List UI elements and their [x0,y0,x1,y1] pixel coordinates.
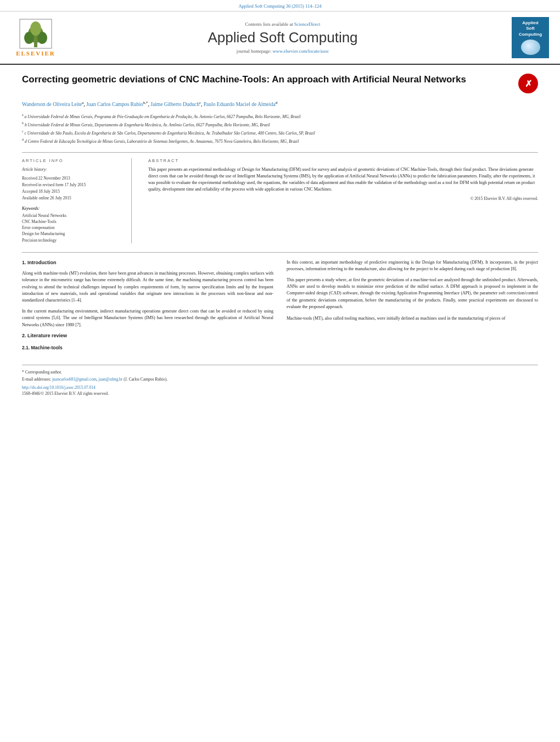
abstract-col: ABSTRACT This paper presents an experime… [148,158,538,243]
article-title-row: Correcting geometric deviations of CNC M… [22,74,538,93]
keyword-cnc: CNC Machine-Tools [22,219,124,225]
author-wanderson[interactable]: Wanderson de Oliveira Leite [22,102,82,107]
sciencedirect-link[interactable]: ScienceDirect [294,21,321,27]
section2-col2-para1: Machine-tools (MT), also called tooling … [287,315,538,322]
journal-header: ELSEVIER Contents lists available at Sci… [0,12,560,65]
abstract-label: ABSTRACT [148,158,538,163]
issn-line: 1568-4946/© 2015 Elsevier B.V. All right… [22,391,538,396]
article-footer: * Corresponding author. E-mail addresses… [22,365,538,396]
article-title: Correcting geometric deviations of CNC M… [22,74,509,86]
received-date: Received 22 November 2013 [22,175,124,181]
keyword-dfm: Design for Manufacturing [22,231,124,237]
journal-homepage-line: journal homepage: www.elsevier.com/locat… [60,48,505,54]
keyword-ann: Artificial Neural Networks [22,213,124,219]
body-content: 1. Introduction Along with machine-tools… [22,252,538,354]
email1-link[interactable]: juancarlos681@gmail.com [52,377,97,382]
crossmark-badge: ✗ [518,74,538,93]
homepage-link[interactable]: www.elsevier.com/locate/asoc [272,48,329,54]
section1-heading: 1. Introduction [22,259,273,267]
keyword-error: Error compensation [22,225,124,231]
sciencedirect-line: Contents lists available at ScienceDirec… [60,21,505,27]
author-jaime[interactable]: Jaime Gilberto Duduch [150,102,199,107]
received-revised-date: Received in revised form 17 July 2015 [22,182,124,188]
article-info-label: ARTICLE INFO [22,158,124,163]
elsevier-tree-icon [19,19,52,49]
section1-col2-para1: In this context, an important methodolog… [287,259,538,273]
journal-title: Applied Soft Computing [60,29,505,46]
authors-line: Wanderson de Oliveira Leitea, Juan Carlo… [22,100,538,108]
elsevier-wordmark: ELSEVIER [16,50,55,57]
body-col-left: 1. Introduction Along with machine-tools… [22,259,273,354]
journal-citation: Applied Soft Computing 36 (2015) 114–124 [238,3,321,9]
info-abstract-row: ARTICLE INFO Article history: Received 2… [22,152,538,243]
doi-line: http://dx.doi.org/10.1016/j.asoc.2015.07… [22,385,538,390]
section2-sub1: 2.1. Machine-tools [22,344,273,352]
section2-heading: 2. Literature review [22,332,273,340]
affiliation-b: b b Universidade Federal de Minas Gerais… [22,121,538,128]
asc-journal-badge: AppliedSoftComputing [512,17,549,58]
abstract-text: This paper presents an experimental meth… [148,166,538,193]
affiliation-c: c c Universidade de São Paulo, Escola de… [22,129,538,136]
author-juan[interactable]: Juan Carlos Campos Rubio [86,102,143,107]
journal-topbar: Applied Soft Computing 36 (2015) 114–124 [0,0,560,12]
section1-para2: In the current manufacturing environment… [22,308,273,328]
email2-link[interactable]: juan@ufmg.br [99,377,123,382]
article-info-col: ARTICLE INFO Article history: Received 2… [22,158,132,243]
available-date: Available online 26 July 2015 [22,195,124,201]
section1-col2-para2: This paper presents a study where, at fi… [287,277,538,311]
journal-logo-right: AppliedSoftComputing [505,17,549,58]
asc-badge-circle [521,40,540,55]
abstract-copyright: © 2015 Elsevier B.V. All rights reserved… [148,196,538,201]
doi-link[interactable]: http://dx.doi.org/10.1016/j.asoc.2015.07… [22,385,96,390]
svg-point-4 [30,21,41,36]
email-line: E-mail addresses: juancarlos681@gmail.co… [22,377,538,382]
section1-para1: Along with machine-tools (MT) evolution,… [22,270,273,304]
accepted-date: Accepted 18 July 2015 [22,188,124,194]
affiliation-d: d d Centro Federal de Educação Tecnológi… [22,137,538,144]
article-history: Article history: Received 22 November 20… [22,166,124,201]
article-container: Correcting geometric deviations of CNC M… [0,65,560,407]
asc-badge-text: AppliedSoftComputing [519,20,542,37]
affiliation-a: a a Universidade Federal de Minas Gerais… [22,113,538,120]
corresponding-author-note: * Corresponding author. [22,370,538,375]
keywords-label: Keywords: [22,206,124,211]
affiliations-block: a a Universidade Federal de Minas Gerais… [22,113,538,144]
journal-center: Contents lists available at ScienceDirec… [60,21,505,54]
keyword-precision: Precision technology [22,237,124,243]
author-paulo[interactable]: Paulo Eduardo Maciel de Almeida [204,102,276,107]
elsevier-logo: ELSEVIER [11,19,60,57]
crossmark-icon: ✗ [518,74,538,93]
body-col-right: In this context, an important methodolog… [287,259,538,354]
keywords-list: Artificial Neural Networks CNC Machine-T… [22,213,124,243]
